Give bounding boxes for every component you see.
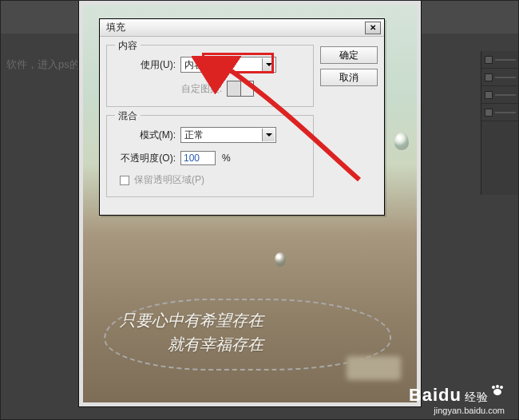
dialog-titlebar[interactable]: 填充 ✕	[100, 19, 384, 37]
close-icon: ✕	[370, 23, 376, 32]
preserve-label: 保留透明区域(P)	[134, 173, 204, 187]
opacity-label: 不透明度(O):	[115, 152, 180, 165]
preserve-checkbox[interactable]	[120, 176, 129, 185]
opacity-input[interactable]	[180, 151, 216, 165]
use-value: 内容识别	[184, 58, 223, 72]
ok-button[interactable]: 确定	[320, 46, 378, 64]
mode-label: 模式(M):	[115, 129, 180, 142]
panel-row[interactable]	[481, 51, 519, 69]
chevron-down-icon	[262, 58, 275, 71]
overlay-line-2: 就有幸福存在	[168, 332, 263, 356]
side-panel	[481, 51, 519, 195]
fill-dialog: 填充 ✕ 内容 使用(U): 内容识别 自定图案:	[99, 18, 385, 216]
panel-row[interactable]	[481, 86, 519, 104]
cancel-button[interactable]: 取消	[320, 69, 378, 86]
blurred-watermark	[347, 356, 401, 380]
dialog-title: 填充	[106, 21, 125, 34]
panel-row[interactable]	[481, 69, 519, 86]
use-label: 使用(U):	[115, 58, 180, 72]
overlay-line-1: 只要心中有希望存在	[120, 308, 263, 332]
use-dropdown[interactable]: 内容识别	[180, 57, 276, 73]
panel-row[interactable]	[481, 104, 519, 121]
custom-pattern-label: 自定图案:	[115, 82, 227, 96]
baidu-watermark: Baidu经验 jingyan.baidu.com	[409, 385, 505, 415]
close-button[interactable]: ✕	[365, 22, 381, 34]
watermark-sub: 经验	[465, 390, 489, 403]
mode-value: 正常	[184, 129, 204, 142]
overlay-text: 只要心中有希望存在 就有幸福存在	[120, 308, 263, 356]
watermark-url: jingyan.baidu.com	[409, 406, 505, 415]
pattern-swatch[interactable]	[227, 81, 254, 97]
content-group: 内容 使用(U): 内容识别 自定图案:	[106, 45, 314, 107]
content-group-title: 内容	[115, 39, 141, 53]
water-drop	[275, 252, 286, 267]
chevron-down-icon	[262, 129, 275, 141]
water-drop	[394, 133, 409, 150]
blend-group: 混合 模式(M): 正常 不透明度(O): % 保留透明区域(P)	[106, 115, 314, 197]
opacity-unit: %	[222, 153, 231, 164]
paw-icon	[490, 385, 505, 396]
mode-dropdown[interactable]: 正常	[180, 127, 276, 143]
blend-group-title: 混合	[115, 109, 141, 123]
watermark-brand: Baidu	[409, 385, 462, 405]
